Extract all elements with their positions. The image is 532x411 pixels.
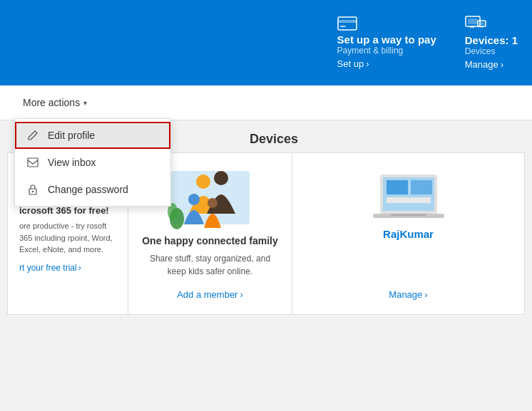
office-card-text: ore productive - try rosoft 365 includin… — [19, 220, 116, 256]
dropdown-item-view-inbox[interactable]: View inbox — [15, 149, 170, 176]
devices-header-icon — [465, 16, 486, 31]
svg-rect-21 — [387, 180, 408, 194]
more-actions-dropdown: Edit profile View inbox — [14, 118, 171, 207]
page-header: Set up a way to pay Payment & billing Se… — [0, 0, 532, 85]
device-manage-link[interactable]: Manage › — [389, 289, 427, 300]
more-actions-chevron: ▾ — [83, 99, 87, 107]
svg-point-11 — [32, 191, 34, 192]
change-password-label: Change password — [48, 184, 128, 195]
dropdown-item-change-password[interactable]: Change password — [15, 176, 170, 203]
payment-title: Set up a way to pay — [337, 33, 436, 46]
more-actions-button[interactable]: More actions ▾ — [14, 91, 96, 114]
free-trial-arrow: › — [78, 263, 81, 273]
svg-point-15 — [188, 194, 200, 205]
office-card-title: icrosoft 365 for free! — [19, 205, 116, 216]
devices-icon-area — [465, 16, 518, 31]
add-member-link[interactable]: Add a member › — [177, 289, 243, 300]
svg-point-14 — [214, 171, 228, 185]
change-password-icon — [26, 183, 39, 196]
family-illustration — [164, 167, 257, 235]
device-card: RajKumar Manage › — [292, 152, 525, 315]
devices-action[interactable]: Devices: 1 Devices Manage › — [465, 16, 518, 70]
svg-rect-4 — [468, 19, 478, 24]
svg-rect-7 — [479, 22, 484, 25]
devices-manage-link[interactable]: Manage › — [465, 59, 518, 70]
svg-rect-1 — [338, 20, 357, 23]
svg-rect-0 — [338, 17, 357, 30]
payment-link[interactable]: Set up › — [337, 58, 436, 69]
device-manage-arrow: › — [424, 289, 427, 300]
devices-arrow: › — [501, 59, 503, 70]
device-name: RajKumar — [383, 228, 434, 240]
credit-card-icon — [337, 16, 357, 31]
free-trial-link[interactable]: rt your free trial › — [19, 263, 116, 273]
svg-rect-23 — [387, 197, 431, 203]
add-member-arrow: › — [240, 289, 242, 300]
devices-title: Devices: 1 — [465, 34, 518, 46]
family-card-title: One happy connected family — [142, 235, 278, 246]
svg-rect-8 — [480, 26, 484, 28]
family-card-text: Share stuff, stay organized, and keep ki… — [140, 252, 280, 278]
dropdown-item-edit-profile[interactable]: Edit profile — [15, 122, 170, 149]
payment-arrow: › — [366, 58, 369, 69]
edit-profile-icon — [26, 129, 39, 142]
svg-rect-22 — [411, 180, 432, 194]
svg-rect-5 — [470, 26, 474, 28]
svg-rect-25 — [391, 214, 426, 216]
svg-rect-2 — [340, 26, 346, 27]
payment-action[interactable]: Set up a way to pay Payment & billing Se… — [337, 16, 436, 69]
laptop-illustration — [369, 167, 448, 228]
svg-rect-9 — [28, 158, 38, 167]
nav-bar: More actions ▾ Edit profile — [0, 85, 532, 120]
more-actions-area: More actions ▾ Edit profile — [14, 91, 96, 114]
view-inbox-icon — [26, 156, 39, 169]
svg-point-13 — [196, 175, 210, 189]
devices-section-title: Devices — [250, 132, 298, 146]
svg-point-16 — [208, 198, 218, 208]
view-inbox-label: View inbox — [48, 157, 96, 168]
edit-profile-label: Edit profile — [48, 130, 95, 141]
payment-subtitle: Payment & billing — [337, 46, 436, 56]
devices-subtitle: Devices — [465, 46, 518, 56]
payment-icon-area — [337, 16, 436, 31]
